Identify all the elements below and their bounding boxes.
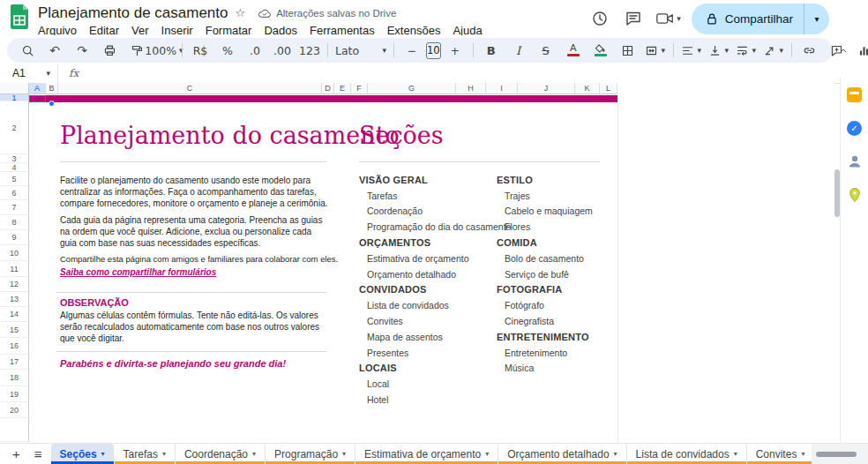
- comments-button[interactable]: [622, 7, 645, 30]
- grid-body[interactable]: Planejamento do casamento Seções Facilit…: [29, 94, 834, 443]
- row-header-8[interactable]: 8: [0, 215, 29, 230]
- column-header-I[interactable]: I: [486, 83, 518, 94]
- text-rotation-button[interactable]: ▾: [760, 40, 787, 61]
- horizontal-scrollbar-thumb[interactable]: [816, 452, 857, 457]
- share-dropdown-button[interactable]: ▾: [804, 4, 829, 34]
- column-header-J[interactable]: J: [518, 83, 575, 94]
- tab-caret-icon[interactable]: ▾: [162, 450, 166, 458]
- share-button[interactable]: Compartilhar: [692, 4, 804, 34]
- sheet-tab-coordenacao[interactable]: Coordenação ▾: [176, 444, 266, 464]
- selection-handle[interactable]: [49, 101, 55, 107]
- insert-chart-button[interactable]: [851, 40, 868, 61]
- row-header-7[interactable]: 7: [0, 200, 29, 215]
- row-header-9[interactable]: 9: [0, 230, 29, 245]
- font-size-input[interactable]: 10: [426, 42, 441, 59]
- merge-cells-button[interactable]: ▾: [642, 40, 669, 61]
- share-forms-link[interactable]: Saiba como compartilhar formulários: [60, 267, 216, 277]
- borders-button[interactable]: [615, 40, 641, 61]
- star-icon[interactable]: ☆: [235, 6, 245, 19]
- row-header-17[interactable]: 17: [0, 355, 29, 370]
- column-header-F[interactable]: F: [351, 83, 368, 94]
- column-header-B[interactable]: B: [46, 83, 58, 94]
- sheet-tab-orcamento-detalhado[interactable]: Orçamento detalhado ▾: [498, 444, 626, 464]
- column-header-E[interactable]: E: [334, 83, 351, 94]
- formula-input[interactable]: [89, 64, 840, 83]
- insert-link-button[interactable]: [797, 40, 823, 61]
- column-header-A[interactable]: A: [29, 83, 46, 94]
- save-status-chip[interactable]: Alterações salvas no Drive: [258, 7, 396, 19]
- document-title[interactable]: Planejamento de casamento: [38, 4, 228, 22]
- strikethrough-button[interactable]: S: [533, 40, 559, 61]
- tab-caret-icon[interactable]: ▾: [734, 450, 737, 458]
- print-button[interactable]: [96, 40, 123, 61]
- bold-button[interactable]: B: [478, 40, 505, 61]
- tab-caret-icon[interactable]: ▾: [101, 450, 105, 458]
- row-header-3[interactable]: 3: [0, 154, 29, 163]
- version-history-button[interactable]: [588, 7, 611, 30]
- zoom-select[interactable]: 100% ▾: [151, 40, 177, 61]
- calendar-icon[interactable]: [846, 86, 864, 103]
- contacts-icon[interactable]: [846, 153, 864, 170]
- add-sheet-button[interactable]: +: [12, 447, 20, 460]
- search-menus-button[interactable]: [14, 40, 41, 61]
- row-header-5[interactable]: 5: [0, 172, 29, 186]
- currency-format-button[interactable]: R$: [187, 40, 213, 61]
- row-header-19[interactable]: 19: [0, 386, 29, 402]
- row-header-partial[interactable]: [0, 418, 29, 442]
- horizontal-align-button[interactable]: ▾: [678, 40, 705, 61]
- row-header-15[interactable]: 15: [0, 322, 29, 338]
- all-sheets-button[interactable]: ≡: [34, 447, 42, 460]
- column-header-D[interactable]: D: [322, 83, 334, 94]
- column-header-K[interactable]: K: [575, 83, 600, 94]
- row-header-10[interactable]: 10: [0, 245, 29, 261]
- row-header-20[interactable]: 20: [0, 402, 29, 418]
- sheet-tab-programacao[interactable]: Programação ▾: [266, 444, 355, 464]
- sheet-tab-secoes[interactable]: Seções ▾: [51, 444, 114, 464]
- row-header-1[interactable]: 1: [0, 94, 29, 101]
- vertical-align-button[interactable]: ▾: [706, 40, 732, 61]
- row-header-11[interactable]: 11: [0, 261, 29, 277]
- redo-button[interactable]: ↷: [69, 40, 95, 61]
- undo-button[interactable]: ↶: [41, 40, 68, 61]
- italic-button[interactable]: I: [505, 40, 532, 61]
- column-header-G[interactable]: G: [368, 83, 456, 94]
- row-header-2[interactable]: 2: [0, 101, 29, 154]
- maps-icon[interactable]: [846, 186, 864, 204]
- fill-color-button[interactable]: [587, 40, 614, 61]
- column-header-H[interactable]: H: [456, 83, 486, 94]
- tab-caret-icon[interactable]: ▾: [252, 450, 256, 458]
- row-header-4[interactable]: 4: [0, 163, 29, 172]
- sheets-logo-icon[interactable]: [9, 4, 30, 31]
- column-header-C[interactable]: C: [58, 83, 322, 94]
- sheet-tab-lista-de-convidados[interactable]: Lista de convidados ▾: [627, 444, 747, 464]
- percent-format-button[interactable]: %: [214, 40, 241, 61]
- row-header-6[interactable]: 6: [0, 186, 29, 200]
- increase-font-size-button[interactable]: +: [442, 40, 468, 61]
- more-formats-button[interactable]: 123: [296, 40, 323, 61]
- decrease-decimal-button[interactable]: .0: [242, 40, 268, 61]
- text-wrap-button[interactable]: ▾: [733, 40, 760, 61]
- text-color-button[interactable]: A: [560, 40, 587, 61]
- sheet-tab-tarefas[interactable]: Tarefas ▾: [115, 444, 176, 464]
- tasks-icon[interactable]: ✓: [846, 119, 864, 137]
- sheet-tab-estimativa-de-orcamento[interactable]: Estimativa de orçamento ▾: [355, 444, 498, 464]
- tab-caret-icon[interactable]: ▾: [342, 450, 346, 458]
- horizontal-scrollbar[interactable]: [812, 444, 868, 464]
- meet-call-button[interactable]: ▾: [655, 11, 681, 26]
- row-header-12[interactable]: 12: [0, 277, 29, 292]
- tab-caret-icon[interactable]: ▾: [801, 450, 804, 458]
- collapse-toolbar-button[interactable]: [836, 43, 850, 57]
- increase-decimal-button[interactable]: .00: [269, 40, 296, 61]
- font-select[interactable]: Lato ▾: [333, 40, 389, 61]
- row-header-13[interactable]: 13: [0, 292, 29, 307]
- sheet-tab-convites[interactable]: Convites ▾: [747, 444, 815, 464]
- decrease-font-size-button[interactable]: −: [399, 40, 425, 61]
- section-heading: ENTRETENIMENTO: [497, 329, 631, 345]
- row-header-16[interactable]: 16: [0, 338, 29, 355]
- tab-caret-icon[interactable]: ▾: [614, 450, 617, 458]
- row-header-18[interactable]: 18: [0, 370, 29, 386]
- tab-caret-icon[interactable]: ▾: [485, 450, 489, 458]
- name-box[interactable]: A1 ▾: [0, 64, 58, 83]
- column-header-L[interactable]: L: [600, 83, 617, 94]
- row-header-14[interactable]: 14: [0, 307, 29, 322]
